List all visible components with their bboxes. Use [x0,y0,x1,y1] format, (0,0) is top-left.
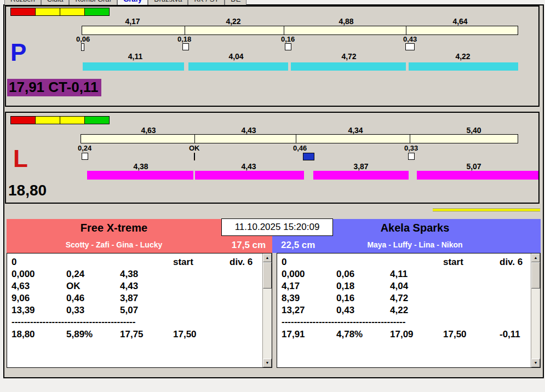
split-bar [195,171,304,180]
cell: 0,46 [66,292,120,304]
cell: 0 [282,256,336,268]
cell: 9,06 [12,292,66,304]
tab-bar: RozběhČidlaKombi GrafGrafyDružstvaKK / S… [4,0,246,5]
cell: 17,09 [390,328,443,341]
cell [390,256,443,268]
cell: 17,75 [120,328,173,341]
split-bar [87,171,193,180]
split-bar [409,62,518,71]
cell [66,256,120,268]
light-yellow1-icon [36,116,60,124]
cell [500,280,531,292]
scroll-down-icon[interactable]: ▼ [263,359,272,367]
scroll-down-icon[interactable]: ▼ [531,359,540,367]
lane-panel-p: 4,17 4,22 4,88 4,64 0,06 0,18 0,16 0,43 … [5,5,540,107]
crossing-mark-blue-icon [303,153,314,160]
light-yellow2-icon [60,116,85,124]
cell: 8,39 [282,292,336,304]
gap-time: 0,46 [293,144,307,152]
tab-druzstva[interactable]: Družstva [148,0,188,5]
tab-grafy[interactable]: Grafy [117,0,148,5]
cell: OK [66,280,120,292]
cell [443,280,500,292]
light-yellow2-icon [60,8,85,16]
cell: start [173,256,230,268]
cell: 0,000 [12,268,66,280]
cell [443,304,500,316]
team-left-results-list: 0startdiv. 6 0,0000,244,38 4,63OK4,43 9,… [7,253,272,368]
cell: 4,43 [120,280,173,292]
cell: 0,16 [336,292,390,304]
scroll-thumb[interactable] [531,262,540,289]
sensor-ruler [81,134,518,143]
start-lights-l [10,116,110,124]
cell: 4,78% [336,328,390,341]
gap-time: 0,33 [404,144,418,152]
cell [230,304,262,316]
cell: div. 6 [230,256,262,268]
split-bar [188,62,288,71]
cell [443,268,500,280]
table-row: 13,390,335,07 [12,304,262,316]
cell: 5,89% [66,328,120,341]
cell: 4,04 [390,280,443,292]
cell [500,268,531,280]
split-time: 4,22 [455,52,470,61]
split-bar [313,171,409,180]
split-time: 4,38 [133,162,148,171]
crossing-mark-icon [182,43,189,50]
ruler-divider [406,26,406,34]
start-lights-p [10,8,110,16]
split-bar [83,62,184,71]
split-time: 4,22 [226,17,240,26]
scrollbar[interactable]: ▲ ▼ [262,253,272,367]
ruler-divider [284,26,284,34]
team-left-name: Free X-treme [7,222,221,234]
lane-p-total: 17,91 CT-0,11 [7,79,101,96]
crossing-mark-icon [408,153,415,160]
scrollbar[interactable]: ▲ ▼ [531,253,540,367]
crossing-mark-icon [81,43,84,51]
ruler-divider [296,135,296,143]
cell [500,304,531,316]
cell [230,328,262,341]
cell [443,292,500,304]
tab-kombi-graf[interactable]: Kombi Graf [69,0,117,5]
lane-l-total: 18,80 [8,183,47,198]
split-time: 4,63 [141,126,156,135]
tab-cidla[interactable]: Čidla [41,0,70,5]
ruler-divider [194,135,195,143]
scroll-up-icon[interactable]: ▲ [531,253,540,262]
cell: 4,22 [390,304,443,316]
split-bar [291,62,406,71]
cell [230,280,262,292]
app-screen: RozběhČidlaKombi GrafGrafyDružstvaKK / S… [0,0,545,392]
split-time: 5,07 [466,162,481,171]
cell: 0,18 [336,280,390,292]
table-row: 0startdiv. 6 [12,256,262,268]
cell: start [443,256,500,268]
scroll-thumb[interactable] [263,262,272,289]
tab-rozbeh[interactable]: Rozběh [4,0,41,5]
cell: 0,24 [66,268,120,280]
crossing-mark-icon [82,153,88,160]
split-time: 4,43 [241,162,256,171]
main-window: 4,17 4,22 4,88 4,64 0,06 0,18 0,16 0,43 … [3,4,544,378]
scroll-up-icon[interactable]: ▲ [263,253,272,262]
table-row: 4,63OK4,43 [12,280,262,292]
totals-row: 17,914,78%17,0917,50-0,11 [282,328,531,341]
tab-de[interactable]: DE [225,0,246,5]
table-row: 0startdiv. 6 [282,256,531,268]
split-time: 4,88 [339,17,353,26]
team-left-results-content: 0startdiv. 6 0,0000,244,38 4,63OK4,43 9,… [7,253,262,367]
gap-time: 0,16 [281,35,295,43]
split-time: 4,04 [228,52,243,61]
cell: 3,87 [120,292,173,304]
separator-row: ---------------------------------------- [12,316,262,328]
light-red-icon [10,116,36,124]
team-right-jump-height: 22,5 cm [281,240,315,251]
table-row: 0,0000,244,38 [12,268,262,280]
cell: 13,27 [282,304,336,316]
totals-row: 18,805,89%17,7517,50 [12,328,262,341]
tab-kk-st[interactable]: KK / ST [188,0,225,5]
